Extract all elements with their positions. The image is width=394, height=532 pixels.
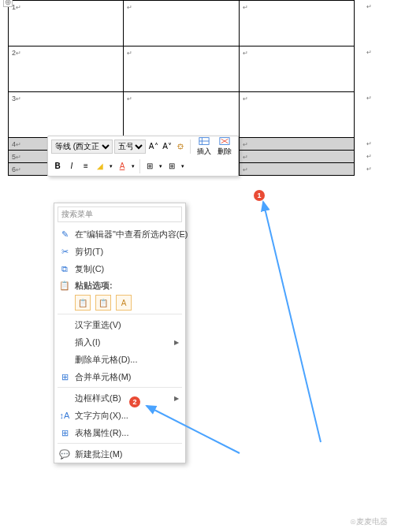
paragraph-marks: ↵↵↵ ↵↵↵ [366, 3, 372, 178]
text-direction-icon: ↕A [59, 410, 70, 421]
new-comment-item[interactable]: 💬新建批注(M) [54, 445, 185, 463]
table-properties-item[interactable]: ⊞表格属性(R)... [54, 424, 185, 441]
dropdown-icon[interactable]: ▾ [180, 160, 186, 173]
text-direction-item[interactable]: ↕A文字方向(X)... [54, 407, 185, 424]
copy-item[interactable]: ⧉复制(C) [54, 260, 185, 277]
dropdown-icon[interactable]: ▾ [158, 160, 164, 173]
paste-options-header: 📋粘贴选项: [54, 277, 185, 293]
merge-icon: ⊞ [59, 371, 70, 382]
table-row: 2↵↵↵ [9, 47, 355, 92]
format-painter-button[interactable]: ⯐ [175, 140, 187, 153]
scissors-icon: ✂ [59, 246, 70, 257]
paste-keep-source-icon[interactable]: 📋 [75, 295, 91, 311]
align-button[interactable]: ≡ [80, 160, 92, 173]
chevron-right-icon: ▶ [174, 395, 179, 402]
cut-item[interactable]: ✂剪切(T) [54, 243, 185, 260]
delete-button[interactable]: 删除 [215, 136, 235, 157]
insert-button[interactable]: 插入 [194, 136, 214, 157]
border-button[interactable]: ⊞ [143, 160, 156, 173]
mini-toolbar: 等线 (西文正文) 五号 A˄ A˅ ⯐ 插入 删除 B I ≡ ◢▾ A▾ ⊞… [47, 136, 239, 177]
table-row: 3↵↵↵ [9, 92, 355, 138]
bold-button[interactable]: B [51, 160, 64, 173]
chevron-right-icon: ▶ [174, 339, 179, 346]
font-color-button[interactable]: A [116, 160, 128, 173]
callout-badge-1: 1 [254, 190, 265, 201]
border-style-item[interactable]: 边框样式(B)▶ [54, 389, 185, 407]
hanzi-reselect-item[interactable]: 汉字重选(V) [54, 316, 185, 333]
dropdown-icon[interactable]: ▾ [130, 160, 136, 173]
copy-icon: ⧉ [59, 263, 70, 274]
search-menu-input[interactable]: 搜索菜单 [58, 206, 182, 222]
context-menu: 搜索菜单 ✎在"编辑器"中查看所选内容(E) ✂剪切(T) ⧉复制(C) 📋粘贴… [54, 203, 186, 463]
font-size-select[interactable]: 五号 [114, 140, 146, 154]
comment-icon: 💬 [59, 448, 70, 459]
watermark: ⊙麦麦电器 [350, 516, 388, 527]
dropdown-icon[interactable]: ▾ [108, 160, 114, 173]
font-select[interactable]: 等线 (西文正文) [51, 140, 113, 154]
paste-icon: 📋 [59, 280, 70, 291]
shrink-font-button[interactable]: A˅ [161, 140, 173, 153]
italic-button[interactable]: I [65, 160, 78, 173]
grow-font-button[interactable]: A˄ [147, 140, 159, 153]
editor-icon: ✎ [59, 229, 70, 240]
callout-badge-2: 2 [129, 396, 140, 407]
table-row: 1↵↵↵ [9, 1, 355, 47]
highlight-button[interactable]: ◢ [94, 160, 106, 173]
editor-view-item[interactable]: ✎在"编辑器"中查看所选内容(E) [54, 225, 185, 243]
delete-cells-item[interactable]: 删除单元格(D)... [54, 351, 185, 368]
paste-text-only-icon[interactable]: A [116, 295, 132, 311]
table-props-icon: ⊞ [59, 427, 70, 438]
border2-button[interactable]: ⊞ [165, 160, 178, 173]
insert-submenu-item[interactable]: 插入(I)▶ [54, 333, 185, 351]
merge-cells-item[interactable]: ⊞合并单元格(M) [54, 368, 185, 385]
paste-merge-icon[interactable]: 📋 [95, 295, 111, 311]
